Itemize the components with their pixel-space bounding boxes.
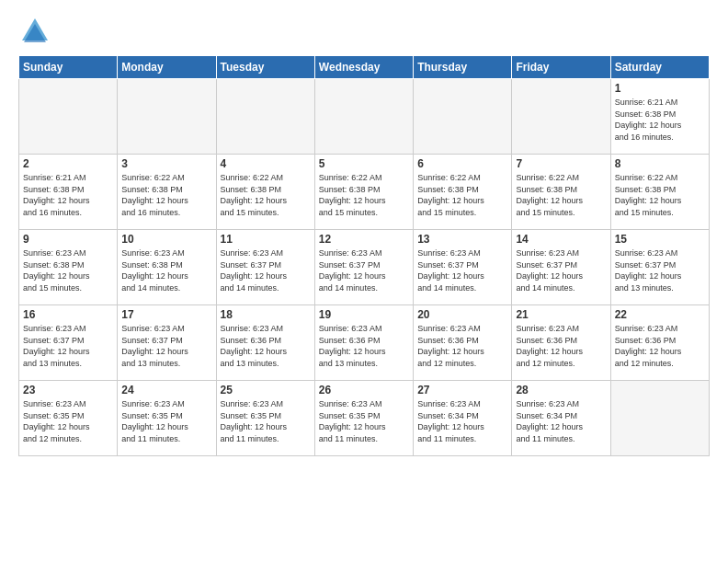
calendar-cell: 20Sunrise: 6:23 AM Sunset: 6:36 PM Dayli…: [414, 305, 512, 381]
day-number: 26: [319, 384, 409, 396]
calendar-cell: 6Sunrise: 6:22 AM Sunset: 6:38 PM Daylig…: [414, 155, 512, 230]
day-info: Sunrise: 6:23 AM Sunset: 6:37 PM Dayligh…: [221, 247, 311, 293]
day-number: 23: [23, 384, 113, 396]
calendar-cell: 11Sunrise: 6:23 AM Sunset: 6:37 PM Dayli…: [216, 230, 314, 305]
calendar-cell: 15Sunrise: 6:23 AM Sunset: 6:37 PM Dayli…: [610, 230, 709, 305]
day-info: Sunrise: 6:23 AM Sunset: 6:34 PM Dayligh…: [417, 398, 507, 444]
weekday-header-wednesday: Wednesday: [314, 56, 413, 79]
calendar-cell: 7Sunrise: 6:22 AM Sunset: 6:38 PM Daylig…: [512, 155, 610, 230]
day-info: Sunrise: 6:22 AM Sunset: 6:38 PM Dayligh…: [319, 172, 409, 218]
day-number: 13: [417, 233, 507, 246]
day-info: Sunrise: 6:23 AM Sunset: 6:38 PM Dayligh…: [121, 247, 211, 293]
weekday-header-saturday: Saturday: [610, 56, 709, 79]
day-info: Sunrise: 6:23 AM Sunset: 6:35 PM Dayligh…: [319, 398, 409, 444]
day-info: Sunrise: 6:23 AM Sunset: 6:36 PM Dayligh…: [615, 323, 705, 369]
calendar-cell: 12Sunrise: 6:23 AM Sunset: 6:37 PM Dayli…: [314, 230, 413, 305]
page: SundayMondayTuesdayWednesdayThursdayFrid…: [0, 0, 728, 563]
weekday-header-tuesday: Tuesday: [216, 56, 314, 79]
day-info: Sunrise: 6:23 AM Sunset: 6:35 PM Dayligh…: [121, 398, 211, 444]
calendar-cell: [314, 79, 413, 155]
day-info: Sunrise: 6:22 AM Sunset: 6:38 PM Dayligh…: [516, 172, 606, 218]
calendar-cell: 19Sunrise: 6:23 AM Sunset: 6:36 PM Dayli…: [314, 305, 413, 381]
logo: [18, 15, 53, 48]
calendar-cell: 1Sunrise: 6:21 AM Sunset: 6:38 PM Daylig…: [610, 79, 709, 155]
weekday-header-friday: Friday: [512, 56, 610, 79]
calendar-table: SundayMondayTuesdayWednesdayThursdayFrid…: [18, 55, 710, 456]
day-number: 19: [319, 308, 409, 321]
day-info: Sunrise: 6:23 AM Sunset: 6:37 PM Dayligh…: [417, 247, 507, 293]
day-info: Sunrise: 6:23 AM Sunset: 6:37 PM Dayligh…: [121, 323, 211, 369]
calendar-cell: [610, 381, 709, 456]
weekday-header-thursday: Thursday: [414, 56, 512, 79]
day-number: 1: [615, 82, 705, 95]
week-row-2: 9Sunrise: 6:23 AM Sunset: 6:38 PM Daylig…: [19, 230, 710, 305]
calendar-cell: 22Sunrise: 6:23 AM Sunset: 6:36 PM Dayli…: [610, 305, 709, 381]
calendar-header: SundayMondayTuesdayWednesdayThursdayFrid…: [19, 56, 710, 79]
calendar-cell: 26Sunrise: 6:23 AM Sunset: 6:35 PM Dayli…: [314, 381, 413, 456]
day-info: Sunrise: 6:23 AM Sunset: 6:37 PM Dayligh…: [615, 247, 705, 293]
day-number: 2: [23, 157, 113, 170]
calendar-cell: 17Sunrise: 6:23 AM Sunset: 6:37 PM Dayli…: [118, 305, 216, 381]
calendar-cell: 14Sunrise: 6:23 AM Sunset: 6:37 PM Dayli…: [512, 230, 610, 305]
day-number: 14: [516, 233, 606, 246]
header: [18, 15, 710, 48]
day-info: Sunrise: 6:23 AM Sunset: 6:38 PM Dayligh…: [23, 247, 113, 293]
day-number: 8: [615, 157, 705, 170]
day-info: Sunrise: 6:23 AM Sunset: 6:36 PM Dayligh…: [417, 323, 507, 369]
logo-icon: [18, 15, 51, 48]
calendar-cell: 3Sunrise: 6:22 AM Sunset: 6:38 PM Daylig…: [118, 155, 216, 230]
day-number: 16: [23, 308, 113, 321]
day-number: 6: [417, 157, 507, 170]
day-number: 28: [516, 384, 606, 396]
day-info: Sunrise: 6:23 AM Sunset: 6:35 PM Dayligh…: [23, 398, 113, 444]
calendar-cell: 28Sunrise: 6:23 AM Sunset: 6:34 PM Dayli…: [512, 381, 610, 456]
day-info: Sunrise: 6:23 AM Sunset: 6:37 PM Dayligh…: [23, 323, 113, 369]
day-info: Sunrise: 6:22 AM Sunset: 6:38 PM Dayligh…: [615, 172, 705, 218]
week-row-1: 2Sunrise: 6:21 AM Sunset: 6:38 PM Daylig…: [19, 155, 710, 230]
day-info: Sunrise: 6:23 AM Sunset: 6:36 PM Dayligh…: [221, 323, 311, 369]
day-number: 3: [121, 157, 211, 170]
calendar-cell: 16Sunrise: 6:23 AM Sunset: 6:37 PM Dayli…: [19, 305, 118, 381]
calendar-cell: [19, 79, 118, 155]
weekday-row: SundayMondayTuesdayWednesdayThursdayFrid…: [19, 56, 710, 79]
weekday-header-monday: Monday: [118, 56, 216, 79]
day-info: Sunrise: 6:22 AM Sunset: 6:38 PM Dayligh…: [221, 172, 311, 218]
day-info: Sunrise: 6:23 AM Sunset: 6:34 PM Dayligh…: [516, 398, 606, 444]
calendar-cell: 9Sunrise: 6:23 AM Sunset: 6:38 PM Daylig…: [19, 230, 118, 305]
day-number: 15: [615, 233, 705, 246]
day-number: 7: [516, 157, 606, 170]
day-info: Sunrise: 6:22 AM Sunset: 6:38 PM Dayligh…: [417, 172, 507, 218]
day-number: 18: [221, 308, 311, 321]
calendar-cell: 4Sunrise: 6:22 AM Sunset: 6:38 PM Daylig…: [216, 155, 314, 230]
day-info: Sunrise: 6:22 AM Sunset: 6:38 PM Dayligh…: [121, 172, 211, 218]
day-number: 4: [221, 157, 311, 170]
week-row-0: 1Sunrise: 6:21 AM Sunset: 6:38 PM Daylig…: [19, 79, 710, 155]
calendar-cell: [216, 79, 314, 155]
calendar-cell: 5Sunrise: 6:22 AM Sunset: 6:38 PM Daylig…: [314, 155, 413, 230]
calendar-cell: [118, 79, 216, 155]
day-number: 22: [615, 308, 705, 321]
calendar-cell: 8Sunrise: 6:22 AM Sunset: 6:38 PM Daylig…: [610, 155, 709, 230]
day-info: Sunrise: 6:21 AM Sunset: 6:38 PM Dayligh…: [615, 97, 705, 143]
day-number: 9: [23, 233, 113, 246]
day-number: 11: [221, 233, 311, 246]
calendar-cell: 25Sunrise: 6:23 AM Sunset: 6:35 PM Dayli…: [216, 381, 314, 456]
day-number: 20: [417, 308, 507, 321]
day-number: 12: [319, 233, 409, 246]
week-row-4: 23Sunrise: 6:23 AM Sunset: 6:35 PM Dayli…: [19, 381, 710, 456]
calendar-cell: 23Sunrise: 6:23 AM Sunset: 6:35 PM Dayli…: [19, 381, 118, 456]
day-number: 27: [417, 384, 507, 396]
calendar-cell: [414, 79, 512, 155]
day-info: Sunrise: 6:23 AM Sunset: 6:36 PM Dayligh…: [516, 323, 606, 369]
day-number: 5: [319, 157, 409, 170]
week-row-3: 16Sunrise: 6:23 AM Sunset: 6:37 PM Dayli…: [19, 305, 710, 381]
day-number: 17: [121, 308, 211, 321]
calendar-cell: 13Sunrise: 6:23 AM Sunset: 6:37 PM Dayli…: [414, 230, 512, 305]
calendar-body: 1Sunrise: 6:21 AM Sunset: 6:38 PM Daylig…: [19, 79, 710, 456]
day-info: Sunrise: 6:23 AM Sunset: 6:37 PM Dayligh…: [319, 247, 409, 293]
calendar-cell: 27Sunrise: 6:23 AM Sunset: 6:34 PM Dayli…: [414, 381, 512, 456]
calendar-cell: 24Sunrise: 6:23 AM Sunset: 6:35 PM Dayli…: [118, 381, 216, 456]
calendar-cell: 10Sunrise: 6:23 AM Sunset: 6:38 PM Dayli…: [118, 230, 216, 305]
calendar-cell: 2Sunrise: 6:21 AM Sunset: 6:38 PM Daylig…: [19, 155, 118, 230]
day-number: 24: [121, 384, 211, 396]
